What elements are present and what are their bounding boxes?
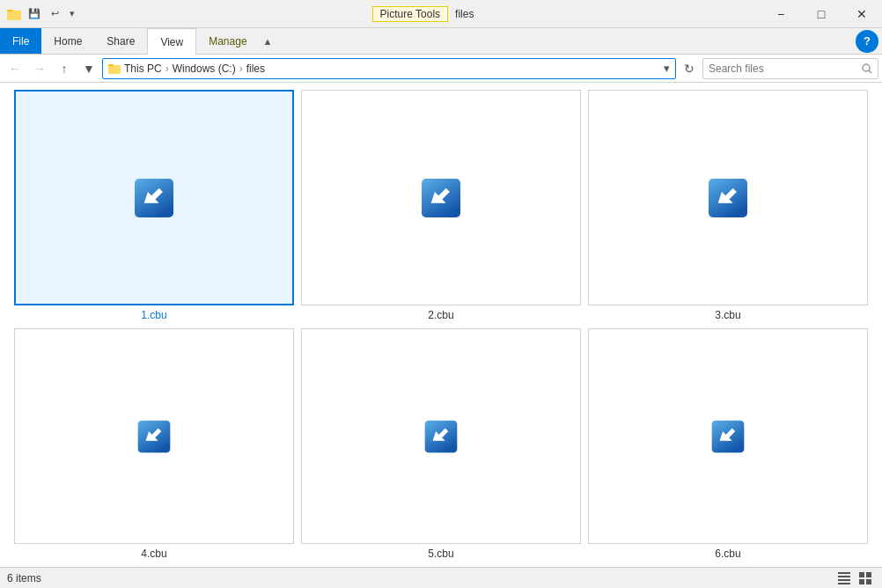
file-name-2: 2.cbu [428, 309, 453, 321]
search-icon [862, 63, 872, 74]
app-icon [7, 7, 21, 21]
customize-quick-btn[interactable]: ▾ [66, 6, 78, 21]
file-thumb-1 [14, 90, 294, 305]
svg-rect-12 [838, 572, 850, 574]
title-bar: 💾 ↩ ▾ Picture Tools files − □ ✕ [0, 0, 882, 28]
breadcrumb-thispc[interactable]: This PC [124, 62, 162, 75]
address-box[interactable]: This PC › Windows (C:) › files ▾ [102, 58, 676, 79]
address-breadcrumb: This PC › Windows (C:) › files [108, 62, 265, 75]
undo-quick-btn[interactable]: ↩ [48, 6, 62, 21]
folder-icon [108, 62, 121, 75]
breadcrumb-windows[interactable]: Windows (C:) [173, 62, 236, 75]
minimize-button[interactable]: − [761, 0, 801, 27]
details-view-btn[interactable] [834, 570, 854, 586]
svg-line-5 [869, 70, 871, 73]
svg-rect-14 [838, 579, 850, 581]
tab-view[interactable]: View [147, 28, 196, 55]
svg-rect-19 [866, 579, 871, 584]
details-view-icon [838, 572, 850, 584]
svg-rect-0 [7, 11, 21, 20]
tab-manage[interactable]: Manage [196, 28, 259, 54]
svg-rect-2 [108, 65, 121, 74]
file-item-5[interactable]: 5.cbu [301, 328, 581, 560]
file-name-1: 1.cbu [141, 309, 166, 321]
status-item-count: 6 items [7, 572, 41, 584]
svg-rect-17 [866, 572, 871, 577]
nav-up-button[interactable]: ↑ [53, 57, 76, 80]
breadcrumb-files[interactable]: files [246, 62, 265, 75]
file-name-3: 3.cbu [715, 309, 740, 321]
svg-rect-15 [838, 583, 850, 584]
search-box[interactable] [702, 58, 878, 79]
file-thumb-4 [14, 328, 294, 544]
window-controls: − □ ✕ [761, 0, 882, 27]
tab-share[interactable]: Share [94, 28, 147, 54]
svg-rect-1 [7, 10, 13, 11]
file-item-1[interactable]: 1.cbu [14, 90, 294, 321]
file-item-2[interactable]: 2.cbu [301, 90, 581, 321]
title-filename: files [455, 8, 474, 20]
file-item-3[interactable]: 3.cbu [588, 90, 868, 321]
refresh-button[interactable]: ↻ [678, 57, 701, 80]
large-icons-view-icon [859, 572, 871, 584]
svg-rect-18 [859, 579, 864, 584]
file-thumb-3 [588, 90, 868, 305]
svg-point-4 [863, 64, 870, 71]
search-input[interactable] [709, 62, 858, 75]
picture-tools-label: Picture Tools [372, 6, 448, 22]
title-bar-left: 💾 ↩ ▾ [0, 0, 85, 27]
save-quick-btn[interactable]: 💾 [25, 6, 44, 21]
files-grid: 1.cbu 2.cbu 3.cbu [0, 83, 882, 567]
status-bar: 6 items [0, 567, 882, 588]
tab-home[interactable]: Home [41, 28, 94, 54]
large-icons-view-btn[interactable] [856, 570, 875, 586]
file-name-4: 4.cbu [141, 548, 166, 560]
file-thumb-2 [301, 90, 581, 305]
svg-rect-13 [838, 576, 850, 577]
maximize-button[interactable]: □ [801, 0, 842, 27]
tab-file[interactable]: File [0, 28, 41, 54]
title-center: Picture Tools files [85, 0, 761, 27]
file-item-4[interactable]: 4.cbu [14, 328, 294, 560]
address-dropdown-btn[interactable]: ▾ [664, 62, 670, 75]
file-thumb-5 [301, 328, 581, 544]
view-buttons [834, 570, 875, 586]
svg-rect-16 [859, 572, 864, 577]
ribbon-tabs: File Home Share View Manage ▲ ? [0, 28, 882, 55]
file-item-6[interactable]: 6.cbu [588, 328, 868, 560]
file-thumb-6 [588, 328, 868, 544]
file-name-5: 5.cbu [428, 548, 453, 560]
nav-forward-button[interactable]: → [28, 57, 51, 80]
close-button[interactable]: ✕ [842, 0, 882, 27]
svg-rect-3 [108, 64, 114, 66]
file-name-6: 6.cbu [715, 548, 740, 560]
help-button[interactable]: ? [856, 30, 878, 53]
address-bar-row: ← → ↑ ▼ This PC › Windows (C:) › files ▾… [0, 55, 882, 83]
ribbon-collapse-btn[interactable]: ▲ [260, 28, 276, 54]
nav-recent-button[interactable]: ▼ [77, 57, 100, 80]
content-area: 1.cbu 2.cbu 3.cbu [0, 83, 882, 567]
nav-back-button[interactable]: ← [4, 57, 26, 80]
